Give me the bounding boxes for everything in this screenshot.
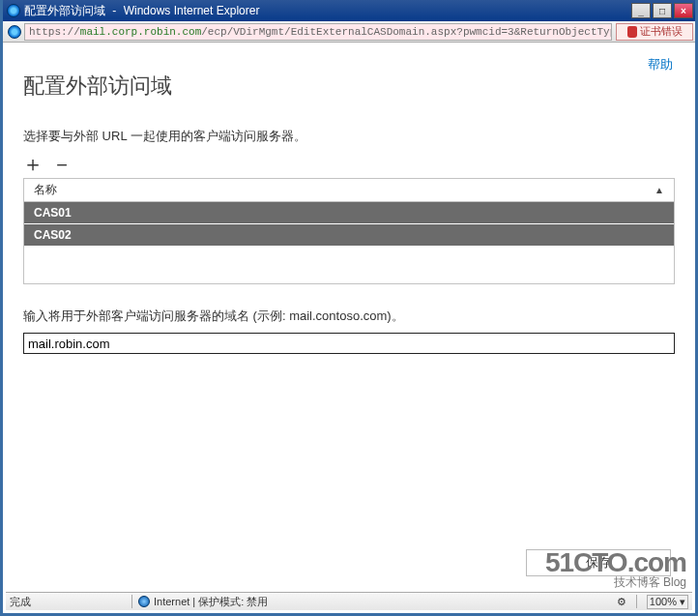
zoom-level-button[interactable]: 100% ▾: [647, 595, 688, 609]
zoom-level-label: 100%: [650, 596, 677, 607]
server-list-toolbar: ＋ －: [23, 155, 675, 174]
server-list-body: CAS01CAS02: [24, 202, 674, 283]
save-button[interactable]: 保存: [526, 549, 671, 576]
address-bar: https://mail.corp.robin.com/ecp/VDirMgmt…: [3, 21, 695, 43]
title-app: Windows Internet Explorer: [124, 4, 260, 17]
url-prefix: https://: [29, 26, 80, 38]
watermark-line2: 技术博客 Blog: [545, 576, 686, 588]
url-host: mail.corp.robin.com: [80, 26, 201, 38]
column-name-label: 名称: [34, 182, 57, 198]
url-field[interactable]: https://mail.corp.robin.com/ecp/VDirMgmt…: [24, 23, 612, 41]
chevron-down-icon: ▾: [680, 596, 685, 607]
external-domain-input[interactable]: [23, 333, 675, 354]
shield-icon: [627, 26, 637, 38]
certificate-error-button[interactable]: 证书错误: [616, 23, 693, 41]
server-list: 名称 ▲ CAS01CAS02: [23, 178, 675, 284]
content-area: 帮助 配置外部访问域 选择要与外部 URL 一起使用的客户端访问服务器。 ＋ －…: [6, 43, 692, 592]
url-path: /ecp/VDirMgmt/EditExternalCASDomain.aspx…: [201, 26, 612, 38]
window-maximize-button[interactable]: □: [653, 3, 672, 18]
title-separator: -: [109, 4, 120, 17]
add-server-button[interactable]: ＋: [23, 155, 43, 174]
status-zone: Internet | 保护模式: 禁用: [138, 595, 268, 609]
window-minimize-button[interactable]: _: [631, 3, 651, 18]
window-titlebar: 配置外部访问域 - Windows Internet Explorer _ □ …: [3, 0, 695, 21]
status-done-label: 完成: [10, 595, 126, 609]
title-doc: 配置外部访问域: [24, 4, 105, 17]
help-link[interactable]: 帮助: [648, 56, 673, 73]
status-bar: 完成 Internet | 保护模式: 禁用 ⚙ 100% ▾: [6, 592, 692, 610]
server-list-header[interactable]: 名称 ▲: [24, 179, 674, 202]
window-title: 配置外部访问域 - Windows Internet Explorer: [24, 3, 259, 19]
internet-zone-icon: [138, 596, 150, 607]
ie-icon: [7, 4, 20, 17]
sort-ascending-icon: ▲: [654, 185, 664, 195]
status-zone-label: Internet | 保护模式: 禁用: [154, 595, 268, 609]
page-title: 配置外部访问域: [23, 72, 675, 101]
certificate-error-label: 证书错误: [640, 24, 683, 39]
remove-server-button[interactable]: －: [52, 155, 72, 174]
statusbar-separator: [636, 595, 637, 608]
server-list-row[interactable]: CAS01: [24, 202, 674, 223]
server-list-row[interactable]: CAS02: [24, 224, 674, 246]
ie-icon: [8, 25, 21, 39]
status-tools-icon[interactable]: ⚙: [617, 596, 626, 608]
window-close-button[interactable]: ×: [674, 3, 693, 18]
server-select-instruction: 选择要与外部 URL 一起使用的客户端访问服务器。: [23, 128, 675, 145]
statusbar-separator: [131, 595, 132, 608]
domain-input-instruction: 输入将用于外部客户端访问服务器的域名 (示例: mail.contoso.com…: [23, 308, 675, 325]
